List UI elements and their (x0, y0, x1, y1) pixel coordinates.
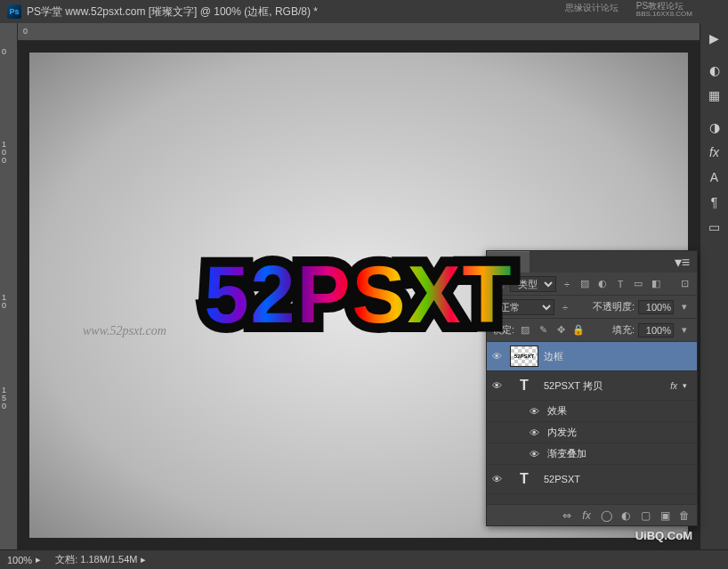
filter-row: 🔍 类型 ÷ ▨ ◐ T ▭ ◧ ⊡ (487, 272, 697, 296)
watermark-bottom-right: UiBQ.CoM (635, 529, 692, 542)
lock-transparent-icon[interactable]: ▨ (518, 323, 532, 337)
fx-badge[interactable]: fx (670, 381, 677, 391)
right-toolbar: ▶ ◐ ▦ ◑ fx A ¶ ▭ (700, 23, 728, 549)
adjustments-icon[interactable]: ◑ (703, 116, 726, 139)
link-layers-icon[interactable]: ⇔ (558, 507, 576, 524)
filter-type-icon[interactable]: T (613, 277, 627, 291)
filter-shape-icon[interactable]: ▭ (631, 277, 645, 291)
new-layer-icon[interactable]: ▣ (656, 507, 674, 524)
lock-position-icon[interactable]: ✥ (554, 323, 568, 337)
opacity-input[interactable] (638, 300, 674, 314)
panel-icon[interactable]: ▭ (703, 215, 726, 239)
filter-pixel-icon[interactable]: ▨ (578, 277, 592, 291)
layer-name: 效果 (547, 404, 567, 418)
layer-name: 内发光 (547, 426, 577, 439)
visibility-icon[interactable]: 👁 (492, 380, 505, 391)
color-picker-icon[interactable]: ◐ (703, 59, 726, 82)
lock-brush-icon[interactable]: ✎ (536, 323, 550, 337)
visibility-icon[interactable]: 👁 (530, 449, 542, 459)
doc-size-label: 文档: (55, 554, 77, 565)
layer-item[interactable]: 👁 T 52PSXT 拷贝 fx ▾ (487, 371, 697, 401)
delete-icon[interactable]: 🗑 (675, 507, 693, 524)
watermark-text: www.52psxt.com (83, 324, 166, 338)
doc-size-value: 1.18M/1.54M (80, 554, 137, 565)
layer-name: 52PSXT 拷贝 (544, 379, 603, 393)
fill-label: 填充: (612, 323, 635, 337)
blend-row: 正常 ÷ 不透明度: ▾ (487, 296, 697, 319)
swatches-icon[interactable]: ▦ (703, 84, 726, 107)
layer-name: 52PSXT (544, 474, 580, 484)
expand-icon[interactable]: ▾ (683, 381, 692, 390)
status-bar: 100% ▸ 文档: 1.18M/1.54M ▸ (0, 549, 728, 569)
zoom-value[interactable]: 100% (7, 555, 32, 565)
visibility-icon[interactable]: 👁 (530, 427, 542, 438)
chevron-down-icon: ÷ (558, 300, 572, 314)
document-title: PS学堂 www.52psxt.com [璀璨文字] @ 100% (边框, R… (27, 4, 318, 20)
filter-kind-select[interactable]: 类型 (510, 276, 556, 292)
fill-input[interactable] (638, 323, 674, 337)
group-icon[interactable]: ▢ (636, 507, 654, 524)
layer-thumbnail[interactable] (510, 345, 538, 367)
text-layer-icon: T (510, 468, 538, 490)
lock-row: 锁定: ▨ ✎ ✥ 🔒 填充: ▾ (487, 319, 697, 342)
photoshop-app: Ps PS学堂 www.52psxt.com [璀璨文字] @ 100% (边框… (0, 0, 728, 569)
visibility-icon[interactable]: 👁 (492, 474, 505, 484)
filter-adjust-icon[interactable]: ◐ (595, 277, 610, 291)
layers-footer: ⇔ fx ◯ ◐ ▢ ▣ 🗑 (487, 504, 697, 525)
play-icon[interactable]: ▶ (703, 27, 726, 50)
opacity-label: 不透明度: (593, 300, 635, 313)
layer-name: 渐变叠加 (547, 447, 586, 460)
chevron-down-icon: ÷ (560, 277, 574, 291)
filter-smart-icon[interactable]: ◧ (649, 277, 663, 291)
layer-effect-item[interactable]: 👁 内发光 (487, 422, 697, 443)
character-icon[interactable]: A (703, 166, 726, 189)
panel-tabs: 图层 ▾≡ (487, 251, 697, 272)
lock-all-icon[interactable]: 🔒 (571, 323, 586, 337)
doc-chevron-icon[interactable]: ▸ (141, 554, 146, 565)
visibility-icon[interactable]: 👁 (530, 406, 542, 417)
adjustment-icon[interactable]: ◐ (617, 507, 635, 524)
layer-effects-group[interactable]: 👁 效果 (487, 401, 697, 422)
layer-item[interactable]: 👁 边框 (487, 342, 697, 371)
layer-name: 边框 (544, 350, 563, 363)
main-artwork-text: 52PSXT 52PSXT (204, 249, 513, 341)
ps-logo-icon: Ps (7, 4, 21, 19)
mask-icon[interactable]: ◯ (597, 507, 615, 524)
opacity-chevron-icon[interactable]: ▾ (677, 300, 692, 314)
styles-icon[interactable]: fx (703, 141, 726, 164)
layer-item[interactable]: 👁 T 52PSXT (487, 465, 697, 494)
text-layer-icon: T (510, 375, 538, 396)
panel-menu-icon[interactable]: ▾≡ (667, 254, 697, 271)
layer-effect-item[interactable]: 👁 渐变叠加 (487, 443, 697, 465)
zoom-chevron-icon[interactable]: ▸ (36, 554, 41, 565)
filter-toggle-icon[interactable]: ⊡ (677, 277, 692, 291)
paragraph-icon[interactable]: ¶ (703, 191, 726, 214)
ruler-vertical: 0 100 10 150 (0, 23, 18, 549)
layer-list: 👁 边框 👁 T 52PSXT 拷贝 fx ▾ 👁 效果 👁 (487, 342, 697, 504)
fx-icon[interactable]: fx (578, 507, 595, 524)
visibility-icon[interactable]: 👁 (492, 351, 505, 362)
watermark-top: 思缘设计论坛 PS教程论坛 BBS.16XX8.COM (565, 2, 692, 18)
title-bar: Ps PS学堂 www.52psxt.com [璀璨文字] @ 100% (边框… (0, 0, 728, 23)
ruler-horizontal: 0 (18, 23, 700, 41)
layers-panel: 图层 ▾≡ 🔍 类型 ÷ ▨ ◐ T ▭ ◧ ⊡ 正常 ÷ (486, 250, 698, 526)
fill-chevron-icon[interactable]: ▾ (677, 323, 692, 337)
